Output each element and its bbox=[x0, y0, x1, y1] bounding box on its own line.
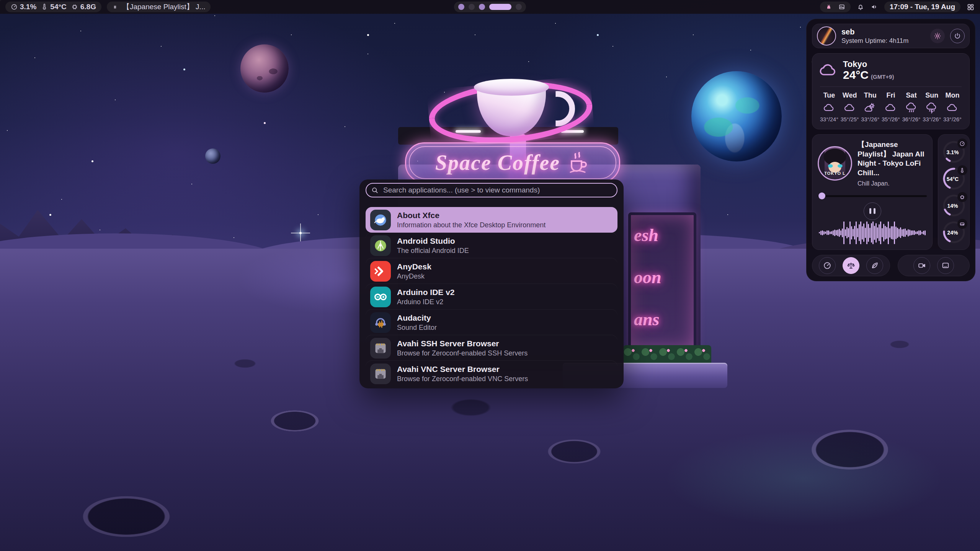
sign-text: Space Coffee bbox=[435, 150, 560, 175]
seek-bar[interactable] bbox=[818, 192, 927, 199]
weather-card: Tokyo 24°C(GMT+9) Tue33°/24° Wed35°/25° … bbox=[812, 53, 970, 129]
weather-city: Tokyo bbox=[843, 60, 894, 69]
scales-icon bbox=[847, 261, 855, 270]
launcher-item-avahi-vnc[interactable]: Avahi VNC Server Browser Browse for Zero… bbox=[366, 361, 617, 386]
videocam-icon bbox=[918, 261, 926, 270]
clock-pill[interactable]: 17:09 - Tue, 19 Aug bbox=[884, 2, 960, 12]
clock-label: 17:09 - Tue, 19 Aug bbox=[890, 3, 955, 11]
window-neon-text: oon bbox=[634, 267, 662, 287]
gauge-icon bbox=[11, 3, 18, 10]
workspace-dot[interactable] bbox=[458, 4, 464, 10]
cpu-usage-stat: 3.1% bbox=[11, 3, 36, 11]
cpu-temp-stat: 54°C bbox=[41, 3, 66, 11]
chip-icon bbox=[71, 3, 78, 10]
app-list: About Xfce Information about the Xfce De… bbox=[366, 207, 617, 386]
system-gauges-card: 3.1% 54°C 14% 24% bbox=[938, 134, 970, 250]
pause-icon bbox=[112, 4, 118, 10]
forecast-row: Tue33°/24° Wed35°/25° Thu33°/26° Fri35°/… bbox=[819, 91, 962, 122]
android-studio-icon bbox=[370, 235, 391, 256]
user-card: seb System Uptime: 4h11m bbox=[812, 24, 970, 48]
coffee-cup-icon bbox=[565, 150, 590, 175]
launcher-item-about-xfce[interactable]: About Xfce Information about the Xfce De… bbox=[366, 207, 617, 233]
anydesk-icon bbox=[370, 261, 391, 282]
settings-button[interactable] bbox=[930, 29, 945, 43]
weather-icon bbox=[864, 102, 876, 114]
forecast-day: Sat36°/26° bbox=[902, 91, 921, 122]
small-moon bbox=[205, 148, 220, 164]
weather-timezone: (GMT+9) bbox=[871, 73, 894, 80]
control-panel: seb System Uptime: 4h11m Tokyo 24°C(GMT+… bbox=[806, 19, 975, 281]
weather-icon bbox=[926, 102, 938, 114]
launcher-item-arduino[interactable]: Arduino IDE v2 Arduino IDE v2 bbox=[366, 284, 617, 310]
memory-stat: 6.8G bbox=[71, 3, 96, 11]
balanced-profile-button[interactable] bbox=[843, 257, 859, 274]
weather-icon bbox=[885, 102, 897, 114]
arduino-icon bbox=[370, 287, 391, 307]
weather-icon bbox=[823, 102, 835, 114]
memory-gauge: 14% bbox=[942, 194, 966, 217]
launcher-item-android-studio[interactable]: Android Studio The official Android IDE bbox=[366, 233, 617, 258]
app-title: AnyDesk bbox=[397, 262, 431, 271]
powersave-profile-button[interactable] bbox=[866, 257, 883, 274]
screen-record-button[interactable] bbox=[913, 257, 930, 274]
forecast-day: Mon33°/26° bbox=[942, 91, 962, 122]
track-title: 【Japanese Playlist】 Japan All Night - To… bbox=[858, 140, 927, 178]
xfce-app-icon bbox=[370, 210, 391, 230]
launcher-item-audacity[interactable]: Audacity Sound Editor bbox=[366, 310, 617, 335]
gear-icon bbox=[934, 32, 941, 40]
speaker-icon[interactable] bbox=[871, 3, 878, 11]
search-input[interactable] bbox=[382, 186, 614, 195]
launcher-search[interactable] bbox=[366, 183, 617, 197]
app-subtitle: The official Android IDE bbox=[397, 247, 469, 255]
now-playing-pill[interactable]: 【Japanese Playlist】 J... bbox=[107, 2, 211, 12]
pet-icon[interactable] bbox=[825, 3, 832, 10]
forecast-day: Sun33°/26° bbox=[922, 91, 942, 122]
bell-icon[interactable] bbox=[857, 3, 864, 11]
app-subtitle: Sound Editor bbox=[397, 324, 437, 332]
weather-icon bbox=[947, 102, 958, 114]
cpu-temp-gauge: 54°C bbox=[942, 167, 966, 191]
power-icon bbox=[954, 32, 961, 40]
power-profile-group bbox=[812, 255, 890, 276]
uptime-label: System Uptime: 4h11m bbox=[841, 37, 925, 45]
weather-icon bbox=[844, 102, 856, 114]
shop-window: esh oon ans bbox=[628, 212, 696, 352]
now-playing-label: 【Japanese Playlist】 J... bbox=[122, 2, 205, 12]
disk-gauge: 24% bbox=[942, 220, 966, 244]
performance-profile-button[interactable] bbox=[819, 257, 836, 274]
workspace-dot[interactable] bbox=[516, 4, 522, 10]
system-tray[interactable] bbox=[820, 2, 851, 12]
workspace-indicator[interactable] bbox=[454, 2, 526, 12]
audio-visualizer bbox=[818, 222, 927, 244]
app-title: Arduino IDE v2 bbox=[397, 288, 455, 297]
app-subtitle: Information about the Xfce Desktop Envir… bbox=[397, 221, 546, 229]
power-button[interactable] bbox=[950, 29, 965, 43]
track-subtitle: Chill Japan. bbox=[858, 180, 927, 187]
launcher-item-avahi-ssh[interactable]: Avahi SSH Server Browser Browse for Zero… bbox=[366, 335, 617, 361]
pause-button[interactable] bbox=[864, 202, 881, 220]
seek-thumb[interactable] bbox=[818, 192, 825, 199]
workspace-dot[interactable] bbox=[479, 4, 485, 10]
speedometer-icon bbox=[823, 261, 831, 270]
forecast-day: Fri35°/26° bbox=[881, 91, 901, 122]
workspace-dot[interactable] bbox=[469, 4, 475, 10]
wallpaper-icon[interactable] bbox=[838, 3, 845, 10]
app-title: About Xfce bbox=[397, 211, 546, 220]
search-icon bbox=[371, 186, 379, 194]
app-subtitle: Browse for Zeroconf-enabled SSH Servers bbox=[397, 349, 528, 357]
star-flare bbox=[299, 232, 302, 234]
avatar[interactable] bbox=[817, 26, 836, 46]
capture-group bbox=[898, 255, 970, 276]
audacity-icon bbox=[370, 312, 391, 333]
app-title: Avahi SSH Server Browser bbox=[397, 339, 528, 348]
app-title: Audacity bbox=[397, 313, 437, 323]
window-neon-text: ans bbox=[634, 309, 659, 329]
overview-grid-icon[interactable] bbox=[967, 3, 975, 11]
launcher-item-anydesk[interactable]: AnyDesk AnyDesk bbox=[366, 258, 617, 284]
screenshot-icon bbox=[941, 261, 950, 270]
memory-icon bbox=[957, 192, 967, 202]
system-stats-pill[interactable]: 3.1% 54°C 6.8G bbox=[5, 2, 101, 12]
screenshot-button[interactable] bbox=[937, 257, 954, 274]
workspace-dot[interactable] bbox=[489, 4, 511, 10]
app-subtitle: AnyDesk bbox=[397, 272, 431, 280]
